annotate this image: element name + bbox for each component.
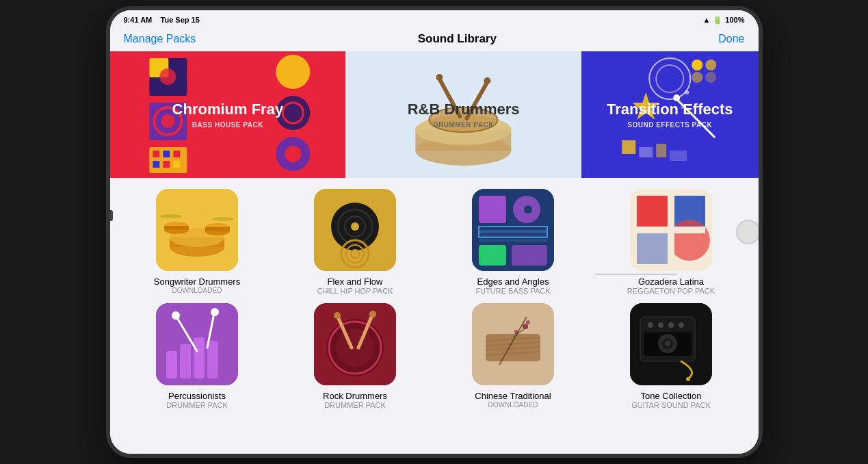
- svg-rect-9: [173, 151, 180, 157]
- pack-name-gozadera: Gozadera Latina: [638, 276, 704, 287]
- svg-rect-85: [207, 341, 218, 378]
- pack-name-rock: Rock Drummers: [323, 391, 387, 401]
- svg-rect-68: [479, 230, 547, 233]
- pack-percussionists[interactable]: Percussionists Drummer Pack: [124, 303, 271, 409]
- svg-rect-71: [479, 245, 506, 266]
- chromium-fray-title: Chromium Fray: [172, 101, 284, 118]
- svg-point-77: [669, 220, 710, 261]
- svg-point-2: [159, 68, 176, 85]
- svg-point-54: [160, 214, 182, 218]
- pack-flex-and-flow[interactable]: Flex and Flow Chill Hip Hop Pack: [282, 189, 429, 295]
- pack-thumb-tone: [630, 303, 712, 385]
- svg-rect-69: [479, 235, 547, 238]
- nav-bar: Manage Packs Sound Library Done: [110, 29, 759, 51]
- chromium-fray-text: Chromium Fray Bass House Pack: [172, 101, 284, 128]
- pack-rock-drummers[interactable]: Rock Drummers Drummer Pack: [282, 303, 429, 409]
- svg-rect-53: [205, 227, 230, 231]
- featured-transition-effects[interactable]: Transition Effects Sound Effects Pack: [581, 51, 759, 178]
- pack-name-tone: Tone Collection: [641, 391, 702, 401]
- featured-section: Chromium Fray Bass House Pack: [110, 51, 759, 178]
- pack-thumb-flex: [314, 189, 396, 271]
- pack-name-songwriter: Songwriter Drummers: [154, 276, 240, 287]
- pack-name-percussionists: Percussionists: [168, 391, 226, 401]
- svg-rect-12: [173, 161, 180, 168]
- svg-rect-65: [479, 196, 506, 223]
- featured-chromium-fray[interactable]: Chromium Fray Bass House Pack: [110, 51, 346, 178]
- main-content: Chromium Fray Bass House Pack: [110, 51, 759, 454]
- svg-point-31: [705, 60, 716, 70]
- pack-name-flex: Flex and Flow: [328, 276, 383, 287]
- pack-thumb-edges: [472, 189, 554, 271]
- svg-point-30: [692, 60, 702, 70]
- battery-percent: 100%: [725, 16, 744, 24]
- svg-rect-72: [512, 245, 547, 266]
- tablet-device: 9:41 AM Tue Sep 15 ▲ 🔋 100% Manage Packs…: [106, 6, 763, 458]
- svg-rect-7: [153, 151, 159, 157]
- pack-edges-and-angles[interactable]: Edges and Angles Future Bass Pack: [440, 189, 587, 295]
- status-date: Tue Sep 15: [161, 16, 200, 24]
- rnb-drummers-subtitle: Drummer Pack: [408, 121, 520, 129]
- svg-rect-70: [479, 239, 547, 242]
- svg-rect-82: [166, 351, 177, 378]
- pack-songwriter-drummers[interactable]: Songwriter Drummers DOWNLOADED: [124, 189, 271, 295]
- featured-rnb-drummers[interactable]: R&B Drummers Drummer Pack: [345, 51, 581, 178]
- status-indicators: ▲ 🔋 100%: [702, 16, 744, 25]
- svg-rect-11: [163, 161, 170, 168]
- svg-rect-39: [622, 140, 635, 154]
- svg-rect-83: [180, 344, 191, 378]
- tablet-screen: 9:41 AM Tue Sep 15 ▲ 🔋 100% Manage Packs…: [110, 10, 759, 454]
- svg-point-106: [523, 324, 528, 329]
- svg-point-29: [656, 65, 683, 92]
- svg-point-17: [285, 146, 301, 162]
- svg-point-114: [679, 322, 684, 328]
- pack-gozadera-latina[interactable]: Gozadera Latina Reggaeton Pop Pack: [598, 189, 745, 295]
- pack-sub-flex: Chill Hip Hop Pack: [317, 287, 393, 295]
- transition-effects-subtitle: Sound Effects Pack: [607, 121, 733, 129]
- pack-name-edges: Edges and Angles: [477, 276, 549, 287]
- pack-thumb-chinese: [472, 303, 554, 385]
- pack-thumb-gozadera: [630, 189, 712, 271]
- svg-point-33: [705, 72, 716, 83]
- svg-rect-10: [153, 161, 159, 168]
- pack-thumb-percussionists: [156, 303, 238, 385]
- svg-point-37: [685, 90, 689, 94]
- side-button[interactable]: [107, 210, 113, 221]
- svg-rect-84: [194, 337, 205, 378]
- pack-sub-tone: Guitar Sound Pack: [631, 401, 711, 409]
- battery-icon: 🔋: [713, 16, 722, 25]
- svg-rect-8: [163, 151, 170, 157]
- done-button[interactable]: Done: [718, 33, 744, 45]
- page-title: Sound Library: [418, 32, 497, 46]
- svg-point-89: [211, 308, 219, 316]
- connector-line: [595, 274, 677, 274]
- svg-point-60: [351, 222, 359, 231]
- svg-point-55: [212, 217, 234, 221]
- chromium-fray-subtitle: Bass House Pack: [172, 121, 284, 129]
- pack-tone-collection[interactable]: Tone Collection Guitar Sound Pack: [598, 303, 745, 409]
- manage-packs-button[interactable]: Manage Packs: [124, 33, 196, 45]
- svg-point-111: [648, 322, 653, 328]
- home-button[interactable]: [736, 220, 761, 244]
- pack-sub-gozadera: Reggaeton Pop Pack: [627, 287, 715, 295]
- svg-point-93: [336, 328, 374, 367]
- svg-rect-40: [639, 147, 653, 157]
- pack-name-chinese: Chinese Traditional: [475, 391, 551, 401]
- pack-sub-chinese: DOWNLOADED: [488, 401, 538, 409]
- svg-point-32: [692, 72, 702, 83]
- svg-point-118: [665, 341, 670, 346]
- svg-point-108: [514, 330, 518, 334]
- pack-thumb-songwriter: [156, 189, 238, 271]
- svg-point-119: [686, 377, 690, 381]
- packs-row-2: Percussionists Drummer Pack: [124, 303, 745, 409]
- svg-rect-78: [637, 233, 668, 264]
- wifi-icon: ▲: [702, 16, 710, 24]
- svg-point-26: [436, 74, 443, 81]
- transition-effects-title: Transition Effects: [607, 101, 733, 118]
- svg-point-107: [526, 320, 530, 324]
- pack-chinese-traditional[interactable]: Chinese Traditional DOWNLOADED: [440, 303, 587, 409]
- pack-sub-edges: Future Bass Pack: [475, 287, 550, 295]
- svg-point-112: [658, 322, 663, 328]
- svg-point-73: [524, 205, 532, 214]
- svg-rect-80: [637, 227, 705, 233]
- pack-sub-percussionists: Drummer Pack: [166, 401, 228, 409]
